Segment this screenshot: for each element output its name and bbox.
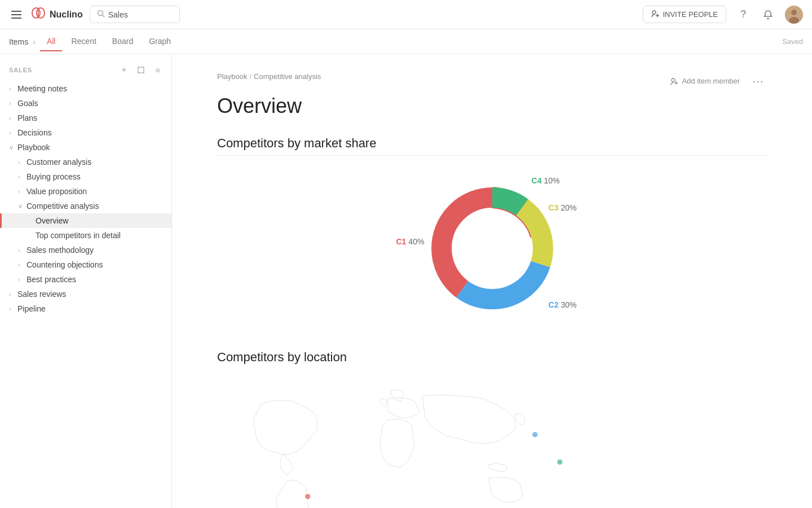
sidebar-item-best-practices[interactable]: ›Best practices [0, 272, 171, 287]
sidebar-items-list: ›Meeting notes›Goals›Plans›Decisions∨Pla… [0, 81, 171, 316]
help-icon[interactable]: ? [735, 7, 751, 23]
sidebar-item-sales-reviews[interactable]: ›Sales reviews [0, 287, 171, 301]
search-bar[interactable]: Sales [90, 6, 180, 23]
sidebar-item-playbook[interactable]: ∨Playbook [0, 140, 171, 155]
chevron-pipeline: › [9, 305, 15, 312]
chevron-countering-objections: › [18, 261, 24, 268]
logo-icon [30, 5, 46, 24]
layout: SALES + « ›Meeting notes›Goals›Plans›Dec… [0, 54, 812, 508]
map-dot-c1 [304, 493, 311, 500]
sidebar-item-buying-process[interactable]: ›Buying process [0, 169, 171, 184]
chevron-best-practices: › [18, 276, 24, 283]
navbar-left: Nuclino Sales [9, 5, 643, 24]
navbar-right: INVITE PEOPLE ? [643, 6, 803, 24]
invite-button[interactable]: INVITE PEOPLE [643, 6, 726, 23]
sidebar-label-competitive-analysis: Competitive analysis [27, 202, 99, 211]
c1-label: C1 [396, 237, 407, 246]
map-dot-c2 [532, 431, 538, 437]
chevron-decisions: › [9, 129, 15, 136]
sidebar-item-pipeline[interactable]: ›Pipeline [0, 301, 171, 316]
donut-chart: C4 10% C3 20% C2 30% C1 40% [413, 169, 571, 327]
sidebar-label-sales-reviews: Sales reviews [17, 290, 66, 299]
chevron-plans: › [9, 115, 15, 121]
sidebar-item-top-competitors[interactable]: Top competitors in detail [0, 228, 171, 243]
invite-icon [651, 10, 659, 19]
sidebar-label-decisions: Decisions [17, 128, 52, 137]
sidebar-item-decisions[interactable]: ›Decisions [0, 125, 171, 140]
sidebar-label-countering-objections: Countering objections [27, 260, 103, 269]
svg-point-11 [672, 78, 675, 82]
chart-title: Competitors by market share [217, 136, 767, 156]
sidebar-item-goals[interactable]: ›Goals [0, 96, 171, 111]
tabbar-left: Items › All Recent Board Graph [9, 32, 782, 51]
svg-point-5 [652, 11, 656, 14]
search-icon [97, 10, 105, 19]
chevron-buying-process: › [18, 173, 24, 180]
sidebar-item-value-proposition[interactable]: ›Value proposition [0, 184, 171, 199]
breadcrumb-items[interactable]: Items [9, 37, 28, 46]
location-title: Competitors by location [217, 350, 767, 369]
sidebar-label-meeting-notes: Meeting notes [17, 84, 67, 93]
sidebar-add-button[interactable]: + [117, 63, 131, 77]
breadcrumb-playbook[interactable]: Playbook [217, 72, 247, 81]
more-button[interactable]: ⋯ [749, 73, 767, 89]
sidebar-label-top-competitors: Top competitors in detail [36, 231, 121, 240]
sidebar-item-meeting-notes[interactable]: ›Meeting notes [0, 81, 171, 96]
breadcrumb-slash: / [249, 72, 251, 81]
sidebar-collapse-button[interactable]: « [151, 63, 165, 77]
tab-board[interactable]: Board [105, 32, 140, 51]
add-member-button[interactable]: Add item member [670, 77, 740, 85]
top-actions: Playbook / Competitive analysis Add item… [217, 72, 767, 90]
breadcrumb-nav: Playbook / Competitive analysis [217, 72, 321, 81]
chevron-value-proposition: › [18, 188, 24, 195]
sidebar-item-overview[interactable]: Overview [0, 213, 171, 228]
sidebar-item-countering-objections[interactable]: ›Countering objections [0, 257, 171, 272]
world-map-svg [217, 383, 612, 508]
sidebar-label-customer-analysis: Customer analysis [27, 157, 91, 167]
sidebar-item-competitive-analysis[interactable]: ∨Competitive analysis [0, 199, 171, 213]
c3-label: C3 [549, 203, 559, 212]
logo: Nuclino [30, 5, 83, 24]
sidebar-label-goals: Goals [17, 99, 38, 108]
chevron-meeting-notes: › [9, 85, 15, 92]
map-outlines [253, 390, 526, 509]
bell-icon[interactable] [760, 7, 776, 23]
c2-pct: 30% [561, 300, 576, 309]
sidebar-item-sales-methodology[interactable]: ›Sales methodology [0, 243, 171, 257]
chevron-sales-reviews: › [9, 291, 15, 297]
c3-pct: 20% [561, 203, 576, 212]
saved-label: Saved [782, 37, 803, 46]
avatar[interactable] [785, 6, 803, 24]
svg-line-4 [102, 15, 104, 17]
donut-label-c3: C3 20% [549, 203, 577, 212]
svg-point-10 [789, 17, 799, 24]
sidebar: SALES + « ›Meeting notes›Goals›Plans›Dec… [0, 54, 172, 508]
tab-graph[interactable]: Graph [142, 32, 178, 51]
page-title: Overview [217, 94, 767, 118]
sidebar-expand-button[interactable] [134, 63, 148, 77]
sidebar-label-pipeline: Pipeline [17, 304, 46, 313]
donut-svg [413, 169, 571, 327]
tab-all[interactable]: All [40, 32, 63, 51]
c2-label: C2 [549, 300, 559, 309]
sidebar-label-overview: Overview [36, 216, 68, 225]
c4-pct: 10% [544, 176, 559, 185]
chevron-playbook: ∨ [9, 144, 15, 151]
tab-recent[interactable]: Recent [64, 32, 103, 51]
sidebar-label-value-proposition: Value proposition [27, 187, 87, 196]
sidebar-label-sales-methodology: Sales methodology [27, 246, 94, 255]
chevron-sales-methodology: › [18, 247, 24, 253]
search-text: Sales [108, 10, 128, 19]
sidebar-label-plans: Plans [17, 113, 37, 122]
sidebar-item-customer-analysis[interactable]: ›Customer analysis [0, 155, 171, 169]
breadcrumb-competitive[interactable]: Competitive analysis [254, 72, 321, 81]
breadcrumb-sep-1: › [33, 37, 36, 46]
sidebar-workspace-label: SALES [9, 67, 32, 73]
c1-pct: 40% [408, 237, 424, 246]
sidebar-label-buying-process: Buying process [27, 172, 81, 181]
sidebar-item-plans[interactable]: ›Plans [0, 111, 171, 125]
hamburger-icon[interactable] [9, 8, 24, 21]
logo-text: Nuclino [50, 10, 83, 20]
svg-point-9 [791, 10, 797, 15]
donut-label-c4: C4 10% [532, 176, 560, 185]
